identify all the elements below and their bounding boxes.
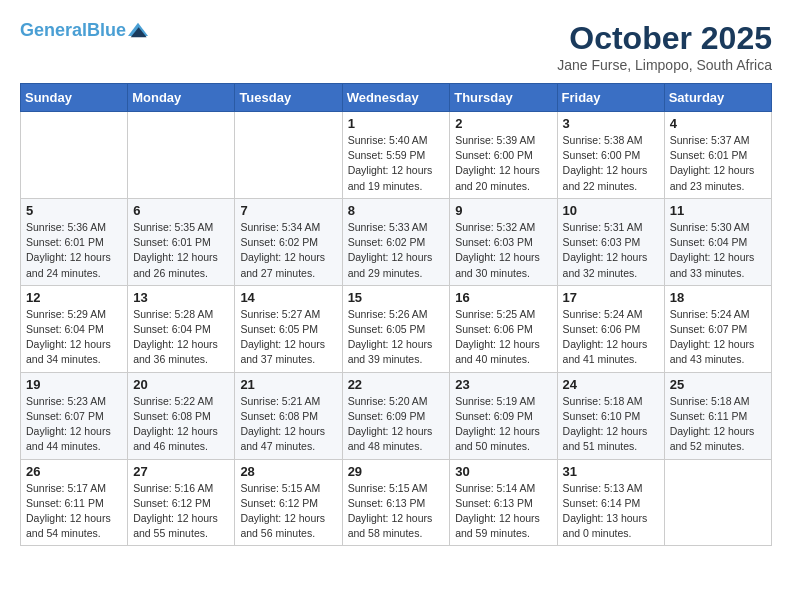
day-number: 10 xyxy=(563,203,659,218)
calendar-cell: 13Sunrise: 5:28 AMSunset: 6:04 PMDayligh… xyxy=(128,285,235,372)
day-info: Sunrise: 5:20 AMSunset: 6:09 PMDaylight:… xyxy=(348,394,445,455)
calendar-cell: 5Sunrise: 5:36 AMSunset: 6:01 PMDaylight… xyxy=(21,198,128,285)
logo: GeneralBlue xyxy=(20,20,148,42)
title-section: October 2025 Jane Furse, Limpopo, South … xyxy=(557,20,772,73)
weekday-header-wednesday: Wednesday xyxy=(342,84,450,112)
day-info: Sunrise: 5:13 AMSunset: 6:14 PMDaylight:… xyxy=(563,481,659,542)
day-info: Sunrise: 5:26 AMSunset: 6:05 PMDaylight:… xyxy=(348,307,445,368)
day-info: Sunrise: 5:19 AMSunset: 6:09 PMDaylight:… xyxy=(455,394,551,455)
calendar-table: SundayMondayTuesdayWednesdayThursdayFrid… xyxy=(20,83,772,546)
day-number: 13 xyxy=(133,290,229,305)
day-number: 5 xyxy=(26,203,122,218)
day-number: 2 xyxy=(455,116,551,131)
day-number: 31 xyxy=(563,464,659,479)
day-number: 7 xyxy=(240,203,336,218)
calendar-cell: 22Sunrise: 5:20 AMSunset: 6:09 PMDayligh… xyxy=(342,372,450,459)
day-number: 29 xyxy=(348,464,445,479)
day-number: 27 xyxy=(133,464,229,479)
calendar-cell: 4Sunrise: 5:37 AMSunset: 6:01 PMDaylight… xyxy=(664,112,771,199)
day-number: 17 xyxy=(563,290,659,305)
day-info: Sunrise: 5:30 AMSunset: 6:04 PMDaylight:… xyxy=(670,220,766,281)
calendar-cell: 9Sunrise: 5:32 AMSunset: 6:03 PMDaylight… xyxy=(450,198,557,285)
calendar-cell: 6Sunrise: 5:35 AMSunset: 6:01 PMDaylight… xyxy=(128,198,235,285)
day-number: 30 xyxy=(455,464,551,479)
weekday-header-monday: Monday xyxy=(128,84,235,112)
day-info: Sunrise: 5:16 AMSunset: 6:12 PMDaylight:… xyxy=(133,481,229,542)
day-number: 3 xyxy=(563,116,659,131)
calendar-cell: 18Sunrise: 5:24 AMSunset: 6:07 PMDayligh… xyxy=(664,285,771,372)
day-number: 16 xyxy=(455,290,551,305)
day-info: Sunrise: 5:29 AMSunset: 6:04 PMDaylight:… xyxy=(26,307,122,368)
calendar-cell: 17Sunrise: 5:24 AMSunset: 6:06 PMDayligh… xyxy=(557,285,664,372)
calendar-cell xyxy=(128,112,235,199)
day-number: 9 xyxy=(455,203,551,218)
calendar-cell xyxy=(21,112,128,199)
day-number: 28 xyxy=(240,464,336,479)
page: GeneralBlue October 2025 Jane Furse, Lim… xyxy=(0,0,792,556)
calendar-cell: 15Sunrise: 5:26 AMSunset: 6:05 PMDayligh… xyxy=(342,285,450,372)
calendar-cell: 8Sunrise: 5:33 AMSunset: 6:02 PMDaylight… xyxy=(342,198,450,285)
day-number: 26 xyxy=(26,464,122,479)
day-info: Sunrise: 5:38 AMSunset: 6:00 PMDaylight:… xyxy=(563,133,659,194)
day-number: 15 xyxy=(348,290,445,305)
header: GeneralBlue October 2025 Jane Furse, Lim… xyxy=(20,20,772,73)
calendar-cell: 2Sunrise: 5:39 AMSunset: 6:00 PMDaylight… xyxy=(450,112,557,199)
day-number: 12 xyxy=(26,290,122,305)
weekday-header-tuesday: Tuesday xyxy=(235,84,342,112)
day-info: Sunrise: 5:37 AMSunset: 6:01 PMDaylight:… xyxy=(670,133,766,194)
day-info: Sunrise: 5:21 AMSunset: 6:08 PMDaylight:… xyxy=(240,394,336,455)
week-row-5: 26Sunrise: 5:17 AMSunset: 6:11 PMDayligh… xyxy=(21,459,772,546)
day-info: Sunrise: 5:23 AMSunset: 6:07 PMDaylight:… xyxy=(26,394,122,455)
logo-icon xyxy=(128,21,148,41)
day-info: Sunrise: 5:18 AMSunset: 6:11 PMDaylight:… xyxy=(670,394,766,455)
week-row-2: 5Sunrise: 5:36 AMSunset: 6:01 PMDaylight… xyxy=(21,198,772,285)
calendar-cell: 23Sunrise: 5:19 AMSunset: 6:09 PMDayligh… xyxy=(450,372,557,459)
calendar-cell: 19Sunrise: 5:23 AMSunset: 6:07 PMDayligh… xyxy=(21,372,128,459)
location-subtitle: Jane Furse, Limpopo, South Africa xyxy=(557,57,772,73)
calendar-cell: 11Sunrise: 5:30 AMSunset: 6:04 PMDayligh… xyxy=(664,198,771,285)
day-info: Sunrise: 5:18 AMSunset: 6:10 PMDaylight:… xyxy=(563,394,659,455)
day-info: Sunrise: 5:34 AMSunset: 6:02 PMDaylight:… xyxy=(240,220,336,281)
day-info: Sunrise: 5:31 AMSunset: 6:03 PMDaylight:… xyxy=(563,220,659,281)
week-row-4: 19Sunrise: 5:23 AMSunset: 6:07 PMDayligh… xyxy=(21,372,772,459)
day-info: Sunrise: 5:32 AMSunset: 6:03 PMDaylight:… xyxy=(455,220,551,281)
logo-text: GeneralBlue xyxy=(20,20,126,42)
month-title: October 2025 xyxy=(557,20,772,57)
day-number: 22 xyxy=(348,377,445,392)
day-number: 14 xyxy=(240,290,336,305)
day-info: Sunrise: 5:15 AMSunset: 6:13 PMDaylight:… xyxy=(348,481,445,542)
day-number: 1 xyxy=(348,116,445,131)
day-number: 11 xyxy=(670,203,766,218)
day-number: 18 xyxy=(670,290,766,305)
day-number: 24 xyxy=(563,377,659,392)
week-row-3: 12Sunrise: 5:29 AMSunset: 6:04 PMDayligh… xyxy=(21,285,772,372)
day-info: Sunrise: 5:40 AMSunset: 5:59 PMDaylight:… xyxy=(348,133,445,194)
weekday-header-row: SundayMondayTuesdayWednesdayThursdayFrid… xyxy=(21,84,772,112)
calendar-cell: 10Sunrise: 5:31 AMSunset: 6:03 PMDayligh… xyxy=(557,198,664,285)
day-info: Sunrise: 5:24 AMSunset: 6:07 PMDaylight:… xyxy=(670,307,766,368)
calendar-cell: 28Sunrise: 5:15 AMSunset: 6:12 PMDayligh… xyxy=(235,459,342,546)
calendar-cell xyxy=(235,112,342,199)
calendar-cell: 21Sunrise: 5:21 AMSunset: 6:08 PMDayligh… xyxy=(235,372,342,459)
day-info: Sunrise: 5:27 AMSunset: 6:05 PMDaylight:… xyxy=(240,307,336,368)
day-number: 25 xyxy=(670,377,766,392)
calendar-cell: 31Sunrise: 5:13 AMSunset: 6:14 PMDayligh… xyxy=(557,459,664,546)
calendar-cell: 27Sunrise: 5:16 AMSunset: 6:12 PMDayligh… xyxy=(128,459,235,546)
calendar-cell: 24Sunrise: 5:18 AMSunset: 6:10 PMDayligh… xyxy=(557,372,664,459)
calendar-cell: 20Sunrise: 5:22 AMSunset: 6:08 PMDayligh… xyxy=(128,372,235,459)
day-number: 8 xyxy=(348,203,445,218)
day-info: Sunrise: 5:33 AMSunset: 6:02 PMDaylight:… xyxy=(348,220,445,281)
day-number: 20 xyxy=(133,377,229,392)
day-info: Sunrise: 5:39 AMSunset: 6:00 PMDaylight:… xyxy=(455,133,551,194)
day-number: 19 xyxy=(26,377,122,392)
weekday-header-saturday: Saturday xyxy=(664,84,771,112)
day-info: Sunrise: 5:25 AMSunset: 6:06 PMDaylight:… xyxy=(455,307,551,368)
calendar-cell: 7Sunrise: 5:34 AMSunset: 6:02 PMDaylight… xyxy=(235,198,342,285)
calendar-cell: 12Sunrise: 5:29 AMSunset: 6:04 PMDayligh… xyxy=(21,285,128,372)
day-info: Sunrise: 5:24 AMSunset: 6:06 PMDaylight:… xyxy=(563,307,659,368)
calendar-cell: 16Sunrise: 5:25 AMSunset: 6:06 PMDayligh… xyxy=(450,285,557,372)
calendar-cell xyxy=(664,459,771,546)
calendar-cell: 30Sunrise: 5:14 AMSunset: 6:13 PMDayligh… xyxy=(450,459,557,546)
calendar-cell: 26Sunrise: 5:17 AMSunset: 6:11 PMDayligh… xyxy=(21,459,128,546)
weekday-header-friday: Friday xyxy=(557,84,664,112)
